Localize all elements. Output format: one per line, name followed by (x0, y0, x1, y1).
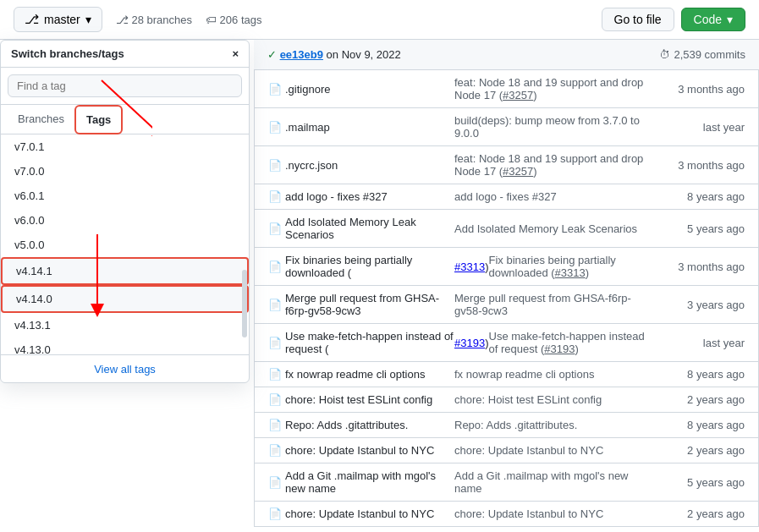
dropdown-search-area (1, 68, 249, 105)
dropdown-title: Switch branches/tags (11, 47, 124, 60)
scroll-indicator (242, 270, 247, 337)
file-time-istanbul: 2 years ago (652, 444, 745, 457)
file-time-makefetch: last year (652, 337, 745, 349)
file-time-mailmap2: 5 years ago (652, 476, 745, 489)
file-name-makefetch[interactable]: Use make-fetch-happen instead of request… (285, 330, 454, 355)
tag-search-input[interactable] (8, 74, 242, 97)
file-name-istanbul[interactable]: chore: Update Istanbul to NYC (285, 444, 454, 457)
top-bar: ⎇ master ▾ ⎇ 28 branches 🏷 206 tags Go t… (0, 0, 759, 40)
file-commit-gitignore: feat: Node 18 and 19 support and drop No… (454, 76, 652, 101)
file-time-hoist: 2 years ago (652, 393, 745, 406)
file-time-nowrap: 8 years ago (652, 368, 745, 381)
tags-list: v7.0.1 v7.0.0 v6.0.1 v6.0.0 v5.0.0 v4.14… (1, 134, 249, 354)
file-row-gitattributes: 📄 Repo: Adds .gitattributes. Repo: Adds … (255, 413, 758, 438)
file-row-istanbul2: 📄 chore: Update Istanbul to NYC chore: U… (255, 502, 758, 526)
tag-item-v600[interactable]: v6.0.0 (1, 208, 249, 233)
file-name-gitattributes[interactable]: Repo: Adds .gitattributes. (285, 419, 454, 431)
file-time-istanbul2: 2 years ago (652, 507, 745, 520)
file-commit-mailmap: build(deps): bump meow from 3.7.0 to 9.0… (454, 114, 652, 140)
branch-meta-icon: ⎇ (116, 14, 129, 26)
file-name-mailmap2[interactable]: Add a Git .mailmap with mgol's new name (285, 469, 454, 495)
file-row-hoist: 📄 chore: Hoist test ESLint config chore:… (255, 387, 758, 413)
file-row-mailmap: 📄 .mailmap build(deps): bump meow from 3… (255, 108, 758, 146)
commit-link-3257a[interactable]: #3257 (503, 89, 533, 101)
file-icon-binaries: 📄 (268, 261, 285, 273)
file-icon-istanbul2: 📄 (268, 507, 285, 520)
go-to-file-button[interactable]: Go to file (602, 8, 674, 31)
file-time-memoryleak: 5 years ago (652, 222, 745, 235)
file-icon-istanbul: 📄 (268, 444, 285, 457)
dropdown-footer: View all tags (1, 354, 249, 382)
commit-hash-link[interactable]: ee13eb9 (280, 48, 323, 61)
close-icon[interactable]: × (232, 47, 239, 60)
file-time-binaries: 3 months ago (652, 261, 745, 273)
tag-item-v500[interactable]: v5.0.0 (1, 233, 249, 257)
view-all-tags-link[interactable]: View all tags (94, 363, 156, 376)
tag-item-v701[interactable]: v7.0.1 (1, 134, 249, 159)
file-icon: 📄 (268, 83, 285, 96)
file-commit-addlogo: add logo - fixes #327 (454, 190, 652, 203)
tag-item-v700[interactable]: v7.0.0 (1, 159, 249, 184)
file-name-binaries[interactable]: Fix binaries being partially downloaded … (285, 254, 454, 279)
file-commit-mailmap2: Add a Git .mailmap with mgol's new name (454, 469, 652, 495)
file-commit-hoist: chore: Hoist test ESLint config (454, 393, 652, 406)
tag-item-v4140[interactable]: v4.14.0 (1, 285, 249, 313)
file-icon-nowrap: 📄 (268, 368, 285, 381)
commit-link-3193[interactable]: #3193 (454, 337, 485, 349)
file-row-istanbul: 📄 chore: Update Istanbul to NYC chore: U… (255, 438, 758, 463)
file-commit-makefetch: Use make-fetch-happen instead of request… (489, 330, 652, 355)
branch-icon: ⎇ (25, 12, 39, 27)
tag-item-v601[interactable]: v6.0.1 (1, 184, 249, 208)
branch-selector-button[interactable]: ⎇ master ▾ (14, 7, 102, 32)
file-row-nowrap: 📄 fx nowrap readme cli options fx nowrap… (255, 362, 758, 387)
file-row-memoryleak: 📄 Add Isolated Memory Leak Scenarios Add… (255, 210, 758, 248)
file-commit-istanbul: chore: Update Istanbul to NYC (454, 444, 652, 457)
file-name-addlogo[interactable]: add logo - fixes #327 (285, 190, 454, 203)
file-row-makefetch: 📄 Use make-fetch-happen instead of reque… (255, 324, 758, 362)
tab-tags[interactable]: Tags (74, 105, 123, 134)
commit-bar: ✓ ee13eb9 on Nov 9, 2022 ⏱ 2,539 commits (254, 40, 759, 70)
tag-item-v4130[interactable]: v4.13.0 (1, 337, 249, 354)
tag-item-v4141[interactable]: v4.14.1 (1, 257, 249, 285)
commit-link-3257b[interactable]: #3257 (503, 165, 533, 178)
tab-branches[interactable]: Branches (8, 105, 74, 134)
tag-meta-icon: 🏷 (206, 14, 217, 26)
file-name-nowrap[interactable]: fx nowrap readme cli options (285, 368, 454, 381)
main-area: Switch branches/tags × Branches Tags v7.… (0, 40, 759, 527)
file-commit-gitattributes: Repo: Adds .gitattributes. (454, 419, 652, 431)
file-icon-gitattributes: 📄 (268, 419, 285, 431)
commit-link-3313[interactable]: #3313 (454, 261, 485, 273)
file-name-nycrc[interactable]: .nycrc.json (285, 159, 454, 172)
file-row-ghsa: 📄 Merge pull request from GHSA-f6rp-gv58… (255, 286, 758, 324)
file-name-ghsa[interactable]: Merge pull request from GHSA-f6rp-gv58-9… (285, 292, 454, 317)
file-row-mailmap2: 📄 Add a Git .mailmap with mgol's new nam… (255, 463, 758, 502)
file-icon-ghsa: 📄 (268, 299, 285, 311)
file-row-binaries: 📄 Fix binaries being partially downloade… (255, 248, 758, 286)
file-name-istanbul2[interactable]: chore: Update Istanbul to NYC (285, 507, 454, 520)
branches-link[interactable]: 28 branches (131, 14, 192, 26)
file-time-nycrc: 3 months ago (652, 159, 745, 172)
commit-link-3313b[interactable]: #3313 (555, 266, 586, 279)
file-icon-hoist: 📄 (268, 393, 285, 406)
file-name-mailmap[interactable]: .mailmap (285, 121, 454, 134)
tag-item-v4131[interactable]: v4.13.1 (1, 313, 249, 337)
commits-count: 2,539 commits (674, 48, 745, 61)
commit-link-3193b[interactable]: #3193 (544, 343, 575, 355)
file-name-memoryleak[interactable]: Add Isolated Memory Leak Scenarios (285, 216, 454, 241)
file-commit-binaries: Fix binaries being partially downloaded … (489, 254, 652, 279)
file-time-gitattributes: 8 years ago (652, 419, 745, 431)
file-time-ghsa: 3 years ago (652, 299, 745, 311)
clock-icon: ⏱ (659, 48, 670, 61)
code-button[interactable]: Code ▾ (681, 8, 745, 31)
tags-link[interactable]: 206 tags (220, 14, 262, 26)
file-commit-istanbul2: chore: Update Istanbul to NYC (454, 507, 652, 520)
file-name-gitignore[interactable]: .gitignore (285, 83, 454, 96)
code-label: Code (694, 13, 722, 26)
caret-icon: ▾ (85, 13, 91, 26)
file-icon-addlogo: 📄 (268, 190, 285, 203)
file-time-mailmap: last year (652, 121, 745, 134)
file-row-addlogo: 📄 add logo - fixes #327 add logo - fixes… (255, 184, 758, 210)
file-name-hoist[interactable]: chore: Hoist test ESLint config (285, 393, 454, 406)
file-icon-mailmap2: 📄 (268, 476, 285, 489)
file-commit-ghsa: Merge pull request from GHSA-f6rp-gv58-9… (454, 292, 652, 317)
